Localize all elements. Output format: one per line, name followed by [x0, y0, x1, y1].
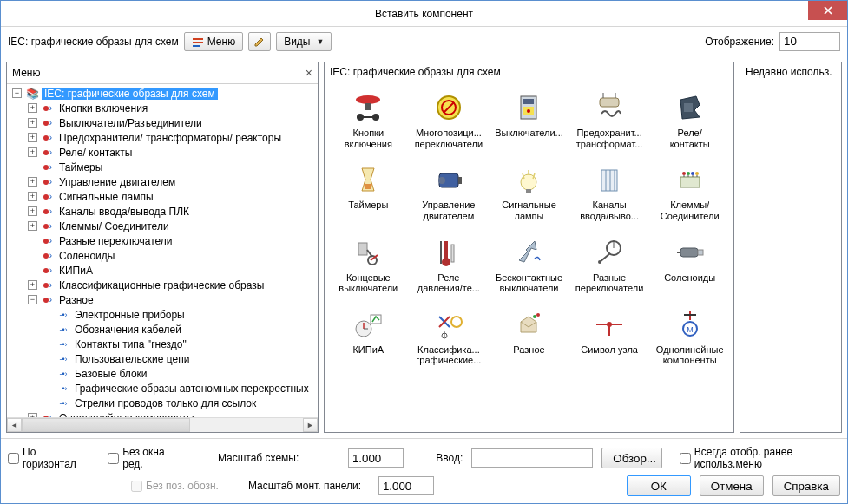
- tree-label[interactable]: Реле/ контакты: [56, 147, 135, 159]
- tree-row[interactable]: +›Кнопки включения: [9, 101, 318, 115]
- tree-row[interactable]: −›Разное: [9, 292, 318, 307]
- tree-row[interactable]: -•›Электронные приборы: [9, 307, 318, 322]
- tree-row[interactable]: -•›Пользовательские цепи: [9, 351, 318, 366]
- help-button[interactable]: Справка: [772, 475, 840, 496]
- component-category[interactable]: MОднолинейныекомпоненты: [651, 304, 728, 370]
- menu-button[interactable]: Меню: [184, 32, 243, 51]
- tree-row[interactable]: +›Классификационные графические образы: [9, 278, 318, 292]
- component-category[interactable]: Разныепереключатели: [571, 232, 648, 298]
- tree-toggle[interactable]: +: [28, 147, 37, 157]
- tree-row[interactable]: +›Предохранители/ трансформаторы/ реакто…: [9, 130, 318, 145]
- cancel-button[interactable]: Отмена: [700, 475, 764, 496]
- tree-toggle[interactable]: +: [28, 133, 37, 142]
- library-icon: 📚: [25, 87, 39, 101]
- tree-row[interactable]: -•›Стрелки проводов только для ссылок: [9, 396, 318, 410]
- tree-label[interactable]: Таймеры: [56, 161, 105, 173]
- tree-row[interactable]: −📚IEC: графические образы для схем: [9, 86, 318, 101]
- tree-label[interactable]: Соленоиды: [56, 250, 117, 262]
- tree-label[interactable]: Предохранители/ трансформаторы/ реакторы: [56, 132, 284, 144]
- component-category[interactable]: Кнопкивключения: [330, 88, 407, 153]
- tree-label[interactable]: Базовые блоки: [72, 368, 150, 380]
- component-category[interactable]: Предохранит...трансформат...: [571, 88, 648, 153]
- scroll-right-arrow[interactable]: ►: [303, 418, 318, 432]
- component-category[interactable]: Управлениедвигателем: [411, 160, 488, 225]
- tree-row[interactable]: +›Выключатели/Разъединители: [9, 115, 318, 130]
- tree-label[interactable]: Выключатели/Разъединители: [56, 117, 205, 129]
- tree-toggle[interactable]: +: [28, 192, 37, 201]
- horizontal-checkbox[interactable]: По горизонтал: [8, 446, 82, 470]
- tree-label[interactable]: Кнопки включения: [56, 102, 150, 115]
- component-category[interactable]: Реле/контакты: [651, 88, 728, 153]
- component-category[interactable]: Таймеры: [330, 160, 407, 225]
- tree-toggle[interactable]: +: [28, 103, 37, 113]
- component-category[interactable]: Бесконтактныевыключатели: [490, 232, 568, 298]
- close-button[interactable]: [808, 1, 847, 20]
- scheme-scale-input[interactable]: [348, 448, 404, 468]
- always-show-recent-checkbox[interactable]: Всегда отобр. ранее использ.меню: [680, 446, 840, 470]
- component-category[interactable]: Разное: [490, 304, 568, 370]
- input-field[interactable]: [471, 448, 593, 468]
- tree-label[interactable]: Контакты типа "гнездо": [72, 338, 189, 350]
- tree-row[interactable]: +›Реле/ контакты: [9, 145, 318, 160]
- component-category[interactable]: Каналыввода/выво...: [571, 160, 648, 225]
- tree-row[interactable]: -•›Графические образы автономных перекре…: [9, 381, 318, 396]
- tree-row[interactable]: ›КИПиА: [9, 263, 318, 278]
- tree-toggle[interactable]: +: [28, 280, 37, 290]
- tree-row[interactable]: +›Сигнальные лампы: [9, 189, 318, 204]
- tree-row[interactable]: ›Соленоиды: [9, 248, 318, 263]
- tree-toggle[interactable]: +: [28, 118, 37, 128]
- edit-button[interactable]: [248, 32, 271, 51]
- tree-label[interactable]: Классификационные графические образы: [56, 279, 266, 291]
- tree-label[interactable]: Разные переключатели: [56, 235, 175, 247]
- component-category[interactable]: КИПиА: [330, 304, 407, 370]
- tree-row[interactable]: ›Таймеры: [9, 160, 318, 174]
- tree-row[interactable]: -•›Контакты типа "гнездо": [9, 337, 318, 351]
- component-category[interactable]: Концевыевыключатели: [330, 232, 407, 298]
- tree-toggle[interactable]: +: [28, 206, 37, 216]
- ok-button[interactable]: ОК: [627, 475, 691, 496]
- tree-toggle[interactable]: +: [28, 221, 37, 231]
- panel-scale-input[interactable]: [378, 476, 434, 495]
- tree-row[interactable]: -•›Обозначения кабелей: [9, 322, 318, 337]
- tree-row[interactable]: +›Однолинейные компоненты: [9, 410, 318, 417]
- tree-toggle[interactable]: +: [28, 177, 37, 187]
- tree-label[interactable]: Управление двигателем: [56, 176, 178, 188]
- tree-label[interactable]: IEC: графические образы для схем: [42, 88, 218, 100]
- folder-bullet-icon: ›: [41, 265, 55, 275]
- tree-hscrollbar[interactable]: ◄ ►: [7, 417, 318, 432]
- component-category[interactable]: Соленоиды: [651, 232, 728, 298]
- tree-row[interactable]: ›Разные переключатели: [9, 233, 318, 248]
- tree-label[interactable]: Электронные приборы: [72, 309, 187, 321]
- component-category[interactable]: Символ узла: [571, 304, 648, 370]
- component-category[interactable]: Выключатели...: [490, 88, 568, 153]
- tree-toggle[interactable]: −: [12, 88, 22, 98]
- tree-label[interactable]: Клеммы/ Соединители: [56, 220, 172, 232]
- tree-toggle[interactable]: −: [28, 295, 37, 304]
- tree-row[interactable]: -•›Базовые блоки: [9, 366, 318, 381]
- icon-panel: IEC: графические образы для схем Кнопкив…: [324, 62, 734, 433]
- tree-label[interactable]: КИПиА: [56, 265, 95, 277]
- scroll-thumb[interactable]: [22, 418, 190, 432]
- views-button[interactable]: Виды ▼: [276, 32, 332, 51]
- tree-row[interactable]: +›Каналы ввода/вывода ПЛК: [9, 204, 318, 219]
- tree-row[interactable]: +›Клеммы/ Соединители: [9, 219, 318, 233]
- tree-label[interactable]: Графические образы автономных перекрестн…: [72, 383, 312, 395]
- component-category[interactable]: Клеммы/Соединители: [651, 160, 728, 225]
- display-count-input[interactable]: [779, 32, 840, 51]
- browse-button[interactable]: Обзор...: [601, 448, 661, 468]
- tree-label[interactable]: Обозначения кабелей: [72, 324, 184, 336]
- tree-label[interactable]: Каналы ввода/вывода ПЛК: [56, 206, 192, 218]
- tree-label[interactable]: Пользовательские цепи: [72, 353, 192, 365]
- component-category[interactable]: Классифика...графические...: [411, 304, 488, 370]
- scroll-left-arrow[interactable]: ◄: [7, 418, 22, 432]
- component-category[interactable]: Реледавления/те...: [411, 232, 488, 298]
- tree-row[interactable]: +›Управление двигателем: [9, 174, 318, 189]
- component-category[interactable]: Многопозици...переключатели: [411, 88, 488, 153]
- tree-label[interactable]: Разное: [56, 294, 96, 306]
- tree-label[interactable]: Стрелки проводов только для ссылок: [72, 397, 259, 409]
- tree-panel-close[interactable]: ×: [306, 66, 312, 80]
- tree-label[interactable]: Сигнальные лампы: [56, 191, 156, 203]
- no-edit-window-checkbox[interactable]: Без окна ред.: [108, 446, 177, 470]
- component-category[interactable]: Сигнальныелампы: [490, 160, 568, 225]
- component-tree[interactable]: −📚IEC: графические образы для схем+›Кноп…: [7, 84, 318, 417]
